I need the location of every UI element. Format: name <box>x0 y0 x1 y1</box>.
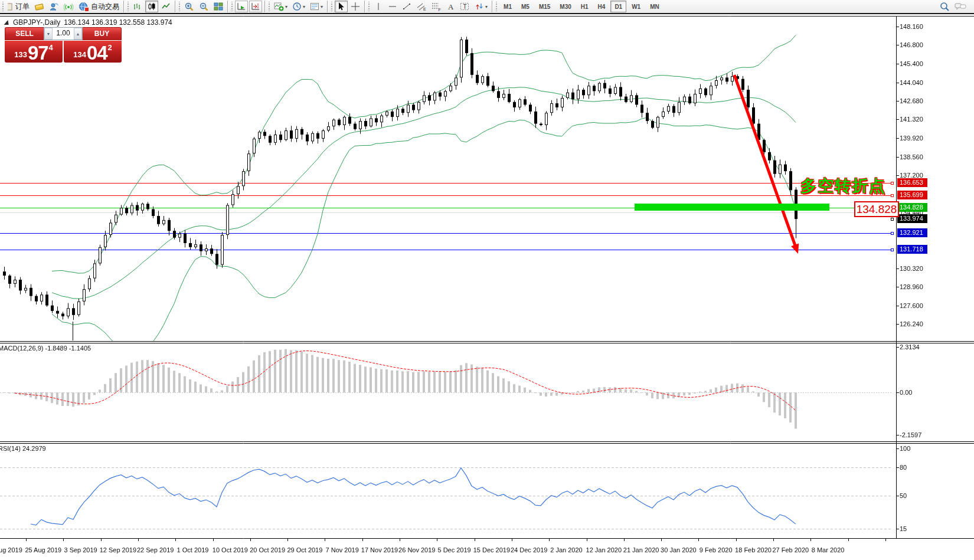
timeframe-h1[interactable]: H1 <box>577 1 593 12</box>
timeframe-m1-label: M1 <box>501 4 514 10</box>
new-order-button[interactable]: 订单 <box>6 1 31 12</box>
timeframe-h4-label: H4 <box>596 4 608 10</box>
timeframe-m15[interactable]: M15 <box>535 1 554 12</box>
toolbar-drag-handle[interactable] <box>495 2 498 11</box>
buy-button[interactable]: BUY <box>83 27 122 40</box>
one-click-trading-panel: SELL ▼ 1.00 ▲ BUY 133 97 4 134 04 2 <box>5 27 122 63</box>
sell-price-point: 4 <box>49 43 53 52</box>
auto-scroll-button[interactable] <box>235 1 248 12</box>
toolbar-group-pointer <box>334 0 362 14</box>
crosshair-icon <box>351 2 360 11</box>
svg-text:E: E <box>423 7 426 11</box>
fibonacci-icon: F <box>431 2 441 11</box>
equidistant-channel-icon: E <box>416 2 426 11</box>
macd-name: MACD(12,26,9) <box>0 345 43 352</box>
timeframe-m15-label: M15 <box>537 4 553 10</box>
sell-button[interactable]: SELL <box>5 27 44 40</box>
mt4-terminal: { "toolbar": { "groups": [ {"name":"orde… <box>0 0 974 560</box>
timeframe-h4[interactable]: H4 <box>594 1 610 12</box>
text-icon: A <box>446 2 455 11</box>
toolbar-drag-handle[interactable] <box>231 2 233 11</box>
new-order-button-label: 订单 <box>15 2 30 12</box>
autotrading-button[interactable]: 自动交易 <box>77 1 121 12</box>
arrows-icon <box>475 2 484 11</box>
chat-button[interactable] <box>953 1 969 12</box>
fibonacci-button[interactable]: F <box>429 1 443 12</box>
volume-input[interactable]: 1.00 <box>53 28 74 40</box>
text-label-button[interactable]: T <box>458 1 472 12</box>
timeframe-d1[interactable]: D1 <box>610 1 626 12</box>
volume-stepper: ▼ 1.00 ▲ <box>44 27 83 40</box>
candlestick-button[interactable] <box>145 1 158 12</box>
chart-symbol-icon <box>4 20 11 25</box>
chart-canvas[interactable] <box>0 15 974 560</box>
chart-window-icon <box>34 2 44 11</box>
crosshair-button[interactable] <box>349 1 362 12</box>
toolbar-right <box>937 1 969 12</box>
trendline-button[interactable] <box>400 1 413 12</box>
timeframe-m1[interactable]: M1 <box>499 1 516 12</box>
timeframe-w1[interactable]: W1 <box>627 1 645 12</box>
toolbar-separator <box>327 1 328 12</box>
turning-point-annotation[interactable]: 多空转折点 <box>800 175 886 197</box>
toolbar-drag-handle[interactable] <box>178 2 181 11</box>
bar-chart-button[interactable] <box>131 1 144 12</box>
templates-button[interactable]: ▾ <box>308 1 325 12</box>
autotrading-icon <box>79 2 89 12</box>
timeframe-m5-label: M5 <box>519 4 532 10</box>
chart-window-button[interactable] <box>32 1 46 12</box>
tile-windows-button[interactable] <box>212 1 225 12</box>
cursor-button[interactable] <box>335 1 348 12</box>
timeframe-m30[interactable]: M30 <box>555 1 575 12</box>
timeframe-m5[interactable]: M5 <box>517 1 534 12</box>
support-zone-rectangle[interactable] <box>635 204 829 211</box>
indicators-button[interactable]: ▾ <box>272 1 289 12</box>
search-icon <box>939 2 950 12</box>
timeframe-w1-label: W1 <box>629 4 643 10</box>
volume-decrease-button[interactable]: ▼ <box>44 28 53 40</box>
vertical-line-button[interactable] <box>372 1 385 12</box>
timeframe-d1-label: D1 <box>612 4 625 10</box>
arrows-button[interactable]: ▾ <box>473 1 489 12</box>
zoom-out-button[interactable] <box>197 1 211 12</box>
toolbar-group-scroll <box>234 0 263 14</box>
toolbar-drag-handle[interactable] <box>331 2 333 11</box>
toolbar-drag-handle[interactable] <box>2 2 4 11</box>
buy-price-pips: 04 <box>87 44 107 61</box>
toolbar-drag-handle[interactable] <box>268 2 270 11</box>
signals-button[interactable] <box>62 1 76 12</box>
toolbar-group-drawing: EFAT▾ <box>371 0 490 14</box>
text-button[interactable]: A <box>444 1 457 12</box>
periods-button[interactable]: ▾ <box>290 1 307 12</box>
chevron-down-icon: ▾ <box>485 4 488 9</box>
svg-text:F: F <box>439 8 441 12</box>
zoom-in-button[interactable] <box>182 1 196 12</box>
toolbar-drag-handle[interactable] <box>127 2 129 11</box>
timeframe-mn[interactable]: MN <box>646 1 664 12</box>
toolbar-group-insert: ▾▾▾ <box>272 0 325 14</box>
bar-chart-icon <box>133 2 142 11</box>
toolbar-group-timeframes: M1M5M15M30H1H4D1W1MN <box>499 0 664 14</box>
main-toolbar: 订单自动交易▾▾▾EFAT▾M1M5M15M30H1H4D1W1MN <box>0 0 974 14</box>
chart-shift-icon <box>251 2 260 11</box>
toolbar-separator <box>492 1 493 12</box>
rsi-value: 24.2979 <box>22 445 46 452</box>
horizontal-line-button[interactable] <box>386 1 399 12</box>
toolbar-separator <box>123 1 125 12</box>
chevron-down-icon: ▾ <box>303 4 305 9</box>
line-chart-button[interactable] <box>159 1 172 12</box>
toolbar-separator <box>227 1 228 12</box>
search-button[interactable] <box>937 1 952 12</box>
cursor-icon <box>336 2 346 11</box>
svg-text:A: A <box>448 2 454 11</box>
tile-windows-icon <box>214 2 223 11</box>
volume-increase-button[interactable]: ▲ <box>74 28 82 40</box>
price-level-label[interactable]: 134.828 <box>854 201 899 217</box>
buy-price[interactable]: 134 04 2 <box>64 41 122 63</box>
sell-price[interactable]: 133 97 4 <box>5 41 63 63</box>
toolbar-drag-handle[interactable] <box>368 2 370 11</box>
zoom-in-icon <box>184 2 194 11</box>
community-button[interactable] <box>47 1 61 12</box>
equidistant-channel-button[interactable]: E <box>414 1 428 12</box>
chart-shift-button[interactable] <box>249 1 262 12</box>
